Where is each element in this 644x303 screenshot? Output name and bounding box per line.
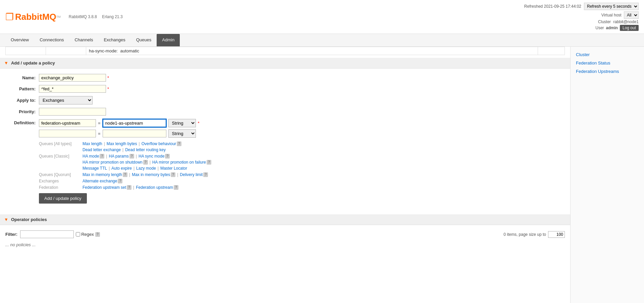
rabbitmq-icon: ❐ [5,11,14,23]
help-table: Queues [All types] Max length | Max leng… [39,141,565,190]
help-queues-all-links: Max length | Max length bytes | Overflow… [83,141,181,146]
policy-form: Name: * Pattern: * Apply to: Exchanges Q… [0,69,570,214]
help-max-length-bytes[interactable]: Max length bytes [107,141,137,146]
top-right-info: Refreshed 2021-09-25 17:44:02 Refresh ev… [524,3,639,31]
name-required: * [107,75,109,80]
priority-input[interactable] [39,108,106,116]
help-exchanges-label: Exchanges [39,178,83,183]
def-key-input[interactable] [39,119,96,127]
def-key2-input[interactable] [39,130,96,137]
help-ha-sync-mode[interactable]: HA sync mode [139,154,164,159]
logout-button[interactable]: Log out [620,25,639,31]
help-max-in-memory-bytes-q[interactable]: ? [171,172,175,177]
help-delivery-limit[interactable]: Delivery limit [180,172,203,177]
help-classic-links3: Message TTL | Auto expire | Lazy mode | … [83,166,187,171]
user-label: User [595,26,604,30]
page-size-input[interactable] [548,231,565,238]
help-dead-letter-exchange[interactable]: Dead letter exchange [83,147,121,152]
help-federation-upstream-set[interactable]: Federation upstream set [83,185,126,190]
help-ha-mode-q[interactable]: ? [100,154,104,159]
nav-exchanges[interactable]: Exchanges [98,34,130,46]
items-info: 0 items, page size up to [503,231,565,238]
sidebar-cluster[interactable]: Cluster [576,52,639,57]
sidebar-federation-upstreams[interactable]: Federation Upstreams [576,69,639,74]
nav-overview[interactable]: Overview [5,34,34,46]
def-type2-select[interactable]: String Number Boolean List [168,129,196,138]
help-federation-upstream-q[interactable]: ? [174,185,178,190]
def-val2-input[interactable] [103,130,166,137]
help-queues-all-row2: Dead letter exchange | Dead letter routi… [39,147,565,152]
items-count: 0 items, page size up to [503,232,546,237]
ha-sync-table: ha-sync-mode: automatic [5,47,565,55]
refresh-select[interactable]: Refresh every 5 seconds [584,3,639,10]
help-ha-mirror-shutdown-q[interactable]: ? [143,160,148,165]
name-label: Name: [5,75,36,80]
arrow-icon: ▼ [4,60,8,66]
definition-row: Definition: = String Number Boolean List [5,119,565,141]
help-ha-sync-q[interactable]: ? [165,154,170,159]
def-eq-1: = [98,121,101,126]
nav-connections[interactable]: Connections [34,34,69,46]
help-alternate-exchange[interactable]: Alternate exchange [83,179,117,183]
ha-sync-empty3 [538,47,565,55]
help-ha-mirror-shutdown[interactable]: HA mirror promotion on shutdown [83,160,143,165]
help-ha-mode[interactable]: HA mode [83,154,99,159]
pattern-input[interactable] [39,85,106,93]
help-master-locator[interactable]: Master Locator [160,166,187,171]
help-dead-letter-routing-key[interactable]: Dead letter routing key [125,147,166,152]
definition-label: Definition: [5,119,36,125]
apply-to-label: Apply to: [5,98,36,103]
help-federation-upstream[interactable]: Federation upstream [136,185,173,190]
help-federation: Federation Federation upstream set ? | F… [39,185,565,190]
refreshed-timestamp: Refreshed 2021-09-25 17:44:02 [524,4,581,9]
nav-channels[interactable]: Channels [69,34,98,46]
filter-row: Filter: Regex ? 0 items, page size up to [5,230,565,238]
help-queues-quorum: Queues [Quorum] Max in memory length ? |… [39,172,565,177]
help-ha-params[interactable]: HA params [109,154,128,159]
def-type-select[interactable]: String Number Boolean List [168,119,196,127]
help-alternate-exchange-q[interactable]: ? [118,179,122,183]
help-max-in-memory-length[interactable]: Max in memory length [83,172,122,177]
section-header-operator[interactable]: ▼ Operator policies [0,214,570,225]
help-max-in-memory-length-q[interactable]: ? [123,172,127,177]
help-max-length[interactable]: Max length [83,141,102,146]
help-overflow-q[interactable]: ? [177,141,181,146]
regex-help-q[interactable]: ? [95,232,100,237]
version-info: RabbitMQ 3.8.8 Erlang 21.3 [69,14,127,19]
help-quorum-links: Max in memory length ? | Max in memory b… [83,172,208,177]
user-row: User admin Log out [524,25,639,31]
definition-fields: = String Number Boolean List * [39,119,200,141]
help-max-in-memory-bytes[interactable]: Max in memory bytes [132,172,170,177]
def-required: * [198,121,200,126]
pattern-label: Pattern: [5,86,36,91]
help-delivery-limit-q[interactable]: ? [203,172,208,177]
content: ha-sync-mode: automatic ▼ Add / update a… [0,47,570,303]
help-federation-upstream-set-q[interactable]: ? [127,185,131,190]
regex-checkbox[interactable] [76,232,80,236]
help-ha-mirror-failure[interactable]: HA mirror promotion on failure [152,160,206,165]
erlang-version: Erlang 21.3 [102,14,122,19]
def-val-input[interactable] [103,119,166,127]
help-lazy-mode[interactable]: Lazy mode [136,166,156,171]
virtual-host-label: Virtual host [601,13,622,17]
add-update-policy-button[interactable]: Add / update policy [39,193,87,204]
virtual-host-row: Virtual host All [524,11,639,19]
apply-to-select[interactable]: Exchanges Queues All [39,96,93,104]
nav-admin[interactable]: Admin [157,34,180,46]
help-ha-params-q[interactable]: ? [129,154,134,159]
help-message-ttl[interactable]: Message TTL [83,166,107,171]
user-value: admin [606,26,618,30]
arrow-icon-operator: ▼ [4,217,8,222]
sidebar-federation-status[interactable]: Federation Status [576,60,639,66]
help-queues-classic-row3: Message TTL | Auto expire | Lazy mode | … [39,166,565,171]
help-overflow-behaviour[interactable]: Overflow behaviour [142,141,176,146]
add-policy-section: ▼ Add / update a policy Name: * Pattern:… [0,58,570,214]
section-header-policy[interactable]: ▼ Add / update a policy [0,58,570,69]
ha-sync-mode-label: ha-sync-mode: [89,48,118,53]
help-ha-mirror-failure-q[interactable]: ? [207,160,211,165]
name-input[interactable] [39,74,106,82]
filter-input[interactable] [20,230,74,238]
nav-queues[interactable]: Queues [131,34,157,46]
virtual-host-select[interactable]: All [624,11,639,19]
help-auto-expire[interactable]: Auto expire [111,166,132,171]
